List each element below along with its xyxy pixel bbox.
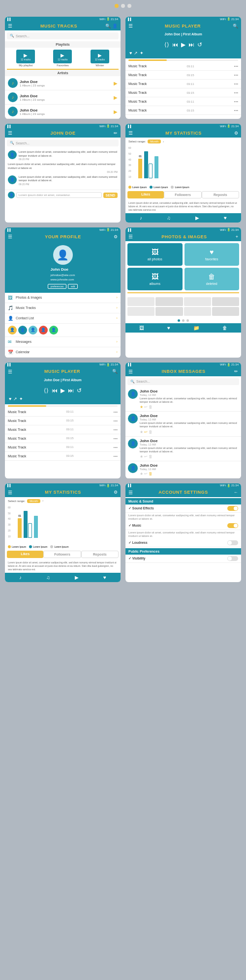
profile-settings-icon[interactable]: ⚙ [114, 234, 118, 239]
inbox-icon-2a[interactable]: ★ [140, 430, 143, 434]
track-row-1[interactable]: Music Track 03:11 ••• [125, 62, 241, 71]
inbox-compose-icon[interactable]: ✏ [234, 369, 238, 374]
footer-icon-1[interactable]: ♪ [140, 215, 142, 221]
tab-likes-bottom[interactable]: Likes [7, 551, 43, 558]
track-row-3[interactable]: Music Track 03:11 ••• [125, 80, 241, 88]
loudness-toggle[interactable] [227, 540, 238, 545]
hamburger-icon-4[interactable]: ☰ [128, 130, 133, 136]
track-dots-b3[interactable]: ••• [114, 427, 118, 432]
track-dots-5[interactable]: ••• [234, 99, 238, 104]
music-toggle[interactable] [227, 523, 238, 528]
inbox-icon-1c[interactable]: 🗑 [149, 405, 153, 409]
nav-dot-3[interactable] [186, 319, 189, 322]
send-button[interactable]: SEND [103, 193, 118, 198]
player-progress-b[interactable] [8, 405, 118, 407]
thumb-7[interactable] [184, 307, 211, 316]
search-icon-2[interactable]: 🔍 [233, 24, 238, 28]
prev-icon[interactable]: ⏮ [172, 41, 178, 48]
tab-likes-top[interactable]: Likes [127, 191, 164, 198]
send-input[interactable]: Lorem ipsum dolor sit amet, consetetur. [16, 192, 102, 198]
track-row-b3[interactable]: Music Track 03:11 ••• [5, 425, 121, 434]
shuffle-icon[interactable]: ⟨⟩ [164, 41, 169, 48]
share-icon-b[interactable]: ↗ [13, 396, 17, 401]
dot-1[interactable] [115, 4, 119, 8]
inbox-icon-3c[interactable]: 🗑 [149, 454, 153, 459]
inbox-icon-2c[interactable]: 🗑 [149, 430, 153, 434]
footer-icon-2[interactable]: ♫ [167, 215, 171, 221]
hamburger-icon-6[interactable]: ☰ [128, 234, 133, 239]
inbox-msg-3[interactable]: 👤 John Doe Today, 12 AM Lorem ipsum dolo… [125, 437, 241, 461]
track-dots-b4[interactable]: ••• [114, 436, 118, 441]
playlist-item-1[interactable]: ▶12 tracks My playlist [16, 50, 35, 67]
footer-icon-4[interactable]: ♥ [224, 215, 227, 221]
inbox-icon-1a[interactable]: ★ [140, 405, 143, 409]
dot-3[interactable] [127, 4, 131, 8]
search-bar[interactable]: 🔍 Search... [7, 32, 119, 39]
hamburger-icon-2[interactable]: ☰ [128, 23, 133, 28]
tile-favorites[interactable]: ♥ favorites [184, 243, 240, 266]
menu-music[interactable]: 🎵 Music Tracks › [5, 303, 121, 313]
artist-row-1[interactable]: ♪ John Doe 1 Album | 23 songs ▶ [5, 76, 121, 90]
inbox-icon-3a[interactable]: ★ [140, 454, 143, 459]
heart-icon-b[interactable]: ♥ [9, 396, 11, 401]
track-dots-6[interactable]: ••• [234, 108, 238, 112]
friend-5[interactable]: 👤 [49, 326, 58, 335]
sound-effects-toggle[interactable] [227, 506, 238, 511]
hamburger-icon[interactable]: ☰ [8, 23, 12, 28]
track-row-5[interactable]: Music Track 03:11 ••• [125, 97, 241, 106]
track-dots-b6[interactable]: ••• [114, 454, 118, 458]
track-dots-4[interactable]: ••• [234, 90, 238, 95]
inbox-msg-4[interactable]: 👤 John Doe Today, 12 AM ★ ↩ 🗑 [125, 461, 241, 478]
thumb-8[interactable] [212, 307, 239, 316]
thumb-4[interactable] [212, 297, 239, 306]
visibility-toggle[interactable] [227, 556, 238, 561]
settings-back-icon[interactable]: ← [234, 490, 238, 495]
hamburger-icon-8[interactable]: ☰ [128, 369, 133, 374]
photos-footer-2[interactable]: ♥ [167, 325, 170, 331]
tab-followers-top[interactable]: Followers [164, 191, 201, 198]
friend-3[interactable]: 👤 [29, 326, 37, 335]
menu-contacts[interactable]: 👤 Contact List › [5, 313, 121, 324]
user-icon[interactable]: 👤 [112, 24, 118, 28]
heart-icon[interactable]: ♥ [129, 51, 132, 56]
edit-icon[interactable]: ✏ [114, 131, 118, 136]
menu-photos[interactable]: 🖼 Photos & Images › [5, 293, 121, 303]
inbox-msg-2[interactable]: 👤 John Doe Today, 12 AM Lorem ipsum dolo… [125, 412, 241, 436]
track-row-b6[interactable]: Music Track 03:15 ••• [5, 452, 121, 461]
tile-albums[interactable]: 🖼 albums [127, 268, 183, 290]
track-dots-b5[interactable]: ••• [114, 445, 118, 449]
menu-calendar[interactable]: 📅 Calendar › [5, 347, 121, 358]
photos-icon-header[interactable]: + [236, 234, 238, 239]
search-icon[interactable]: 🔍 [105, 24, 111, 28]
prev-icon-b[interactable]: ⏮ [52, 387, 58, 394]
stats-footer-b3[interactable]: ▶ [75, 575, 79, 580]
tab-followers-bottom[interactable]: Followers [43, 551, 81, 558]
hamburger-icon-3[interactable]: ☰ [8, 130, 12, 136]
tab-reposts-top[interactable]: Reposts [202, 191, 239, 198]
track-dots-3[interactable]: ••• [234, 82, 238, 86]
playlist-item-3[interactable]: ▶12 tracks Winter [91, 50, 109, 67]
stats-footer-b1[interactable]: ♪ [19, 575, 22, 580]
month-selector-top[interactable]: Month [148, 140, 161, 143]
repeat-icon[interactable]: ↺ [197, 41, 202, 48]
track-row-b4[interactable]: Music Track 03:15 ••• [5, 434, 121, 443]
stats-b-icon[interactable]: ⚙ [114, 490, 118, 495]
photos-footer-3[interactable]: 📁 [193, 325, 199, 331]
hamburger-icon-5[interactable]: ☰ [8, 234, 12, 239]
player-progress[interactable] [128, 59, 238, 61]
inbox-icon-4a[interactable]: ★ [140, 472, 143, 476]
nav-dot-2[interactable] [182, 319, 184, 322]
stats-footer-b4[interactable]: ♥ [103, 575, 106, 580]
track-dots-b2[interactable]: ••• [114, 419, 118, 423]
track-dots-b1[interactable]: ••• [114, 410, 118, 414]
thumb-3[interactable] [184, 297, 211, 306]
thumb-1[interactable] [127, 297, 154, 306]
inbox-icon-4c[interactable]: 🗑 [149, 472, 153, 476]
friend-1[interactable]: 👤 [8, 326, 17, 335]
photos-footer-4[interactable]: 🗑 [222, 325, 227, 331]
track-row-4[interactable]: Music Track 03:15 ••• [125, 88, 241, 97]
thumb-5[interactable] [127, 307, 154, 316]
thumb-2[interactable] [155, 297, 183, 306]
dots-icon[interactable]: ✦ [140, 51, 144, 56]
track-dots-2[interactable]: ••• [234, 73, 238, 77]
